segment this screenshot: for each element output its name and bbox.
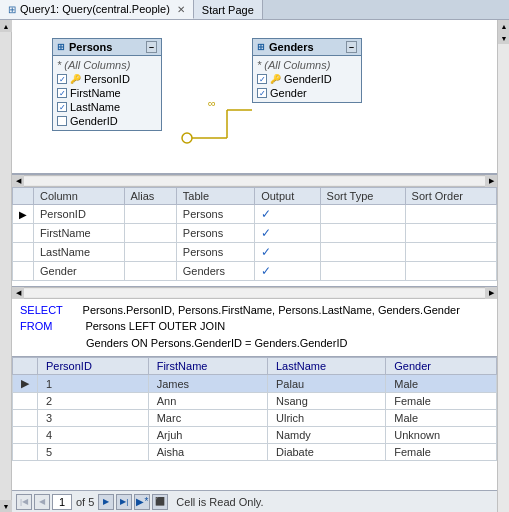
persons-minimize-btn[interactable]: –	[146, 41, 157, 53]
diagram-hscroll[interactable]: ◀ ▶	[12, 175, 497, 187]
genders-genderid-row[interactable]: ✓ 🔑 GenderID	[255, 72, 359, 86]
results-row-2-indicator	[13, 393, 38, 410]
grid-cell-col-1[interactable]: PersonID	[34, 205, 125, 224]
results-row-3[interactable]: 3 Marc Ulrich Male	[13, 410, 497, 427]
persons-genderid-check[interactable]	[57, 116, 67, 126]
grid-cell-sorttype-3[interactable]	[320, 243, 405, 262]
results-row-5[interactable]: 5 Aisha Diabate Female	[13, 444, 497, 461]
genders-minimize-btn[interactable]: –	[346, 41, 357, 53]
results-row-5-lastname[interactable]: Diabate	[268, 444, 386, 461]
grid-cell-sortorder-3[interactable]	[405, 243, 496, 262]
grid-cell-sortorder-4[interactable]	[405, 262, 496, 281]
grid-cell-alias-4[interactable]	[124, 262, 176, 281]
persons-personid-row[interactable]: ✓ 🔑 PersonID	[55, 72, 159, 86]
grid-cell-col-4[interactable]: Gender	[34, 262, 125, 281]
grid-row-firstname[interactable]: FirstName Persons ✓	[13, 224, 497, 243]
results-row-3-gender[interactable]: Male	[386, 410, 497, 427]
results-row-1-gender[interactable]: Male	[386, 375, 497, 393]
nav-next-btn[interactable]: ▶	[98, 494, 114, 510]
genders-pk-icon: 🔑	[270, 74, 281, 84]
grid-cell-alias-3[interactable]	[124, 243, 176, 262]
results-row-2-firstname[interactable]: Ann	[148, 393, 267, 410]
grid-cell-alias-1[interactable]	[124, 205, 176, 224]
grid-cell-table-2[interactable]: Persons	[176, 224, 254, 243]
grid-cell-table-4[interactable]: Genders	[176, 262, 254, 281]
persons-firstname-row[interactable]: ✓ FirstName	[55, 86, 159, 100]
results-row-2-personid[interactable]: 2	[38, 393, 149, 410]
tab-query1-close[interactable]: ✕	[177, 4, 185, 15]
page-number-input[interactable]	[52, 494, 72, 510]
grid-row-gender[interactable]: Gender Genders ✓	[13, 262, 497, 281]
grid-row-lastname[interactable]: LastName Persons ✓	[13, 243, 497, 262]
grid-cell-sorttype-2[interactable]	[320, 224, 405, 243]
svg-text:∞: ∞	[208, 97, 216, 109]
right-scroll-up[interactable]: ▲	[498, 20, 509, 32]
scroll-down[interactable]: ▼	[0, 500, 12, 512]
results-row-2-lastname[interactable]: Nsang	[268, 393, 386, 410]
grid-cell-sorttype-4[interactable]	[320, 262, 405, 281]
genders-gender-row[interactable]: ✓ Gender	[255, 86, 359, 100]
grid-cell-col-2[interactable]: FirstName	[34, 224, 125, 243]
left-scrollbar[interactable]: ▲ ▼	[0, 20, 12, 512]
grid-cell-sorttype-1[interactable]	[320, 205, 405, 224]
nav-stop-btn[interactable]: ⬛	[152, 494, 168, 510]
results-row-5-gender[interactable]: Female	[386, 444, 497, 461]
grid-row-personid[interactable]: ▶ PersonID Persons ✓	[13, 205, 497, 224]
persons-personid-check[interactable]: ✓	[57, 74, 67, 84]
results-header-firstname: FirstName	[148, 358, 267, 375]
persons-genderid-row[interactable]: GenderID	[55, 114, 159, 128]
grid-cell-output-3[interactable]: ✓	[255, 243, 320, 262]
grid-row-indicator-3	[13, 243, 34, 262]
sql-select-cols: Persons.PersonID, Persons.FirstName, Per…	[83, 304, 460, 316]
grid-cell-sortorder-2[interactable]	[405, 224, 496, 243]
results-row-3-firstname[interactable]: Marc	[148, 410, 267, 427]
grid-hscroll[interactable]: ◀ ▶	[12, 287, 497, 299]
grid-hscroll-track[interactable]	[24, 289, 485, 297]
nav-first-btn[interactable]: |◀	[16, 494, 32, 510]
results-row-4-gender[interactable]: Unknown	[386, 427, 497, 444]
grid-cell-output-1[interactable]: ✓	[255, 205, 320, 224]
tab-query1[interactable]: ⊞ Query1: Query(central.People) ✕	[0, 0, 194, 19]
grid-cell-table-1[interactable]: Persons	[176, 205, 254, 224]
results-row-5-firstname[interactable]: Aisha	[148, 444, 267, 461]
results-row-1-lastname[interactable]: Palau	[268, 375, 386, 393]
grid-cell-sortorder-1[interactable]	[405, 205, 496, 224]
genders-genderid-check[interactable]: ✓	[257, 74, 267, 84]
persons-lastname-row[interactable]: ✓ LastName	[55, 100, 159, 114]
results-row-5-personid[interactable]: 5	[38, 444, 149, 461]
grid-cell-output-2[interactable]: ✓	[255, 224, 320, 243]
hscroll-left[interactable]: ◀	[12, 175, 24, 187]
persons-lastname-check[interactable]: ✓	[57, 102, 67, 112]
right-scroll-down[interactable]: ▼	[498, 32, 509, 44]
results-row-2[interactable]: 2 Ann Nsang Female	[13, 393, 497, 410]
main-container: ▲ ▼ ∞ ⊞ Persons –	[0, 20, 509, 512]
col-header-sort-type: Sort Type	[320, 188, 405, 205]
results-row-2-gender[interactable]: Female	[386, 393, 497, 410]
grid-cell-alias-2[interactable]	[124, 224, 176, 243]
hscroll-track[interactable]	[24, 177, 485, 185]
results-row-1-firstname[interactable]: James	[148, 375, 267, 393]
genders-gender-check[interactable]: ✓	[257, 88, 267, 98]
results-row-4[interactable]: 4 Arjuh Namdy Unknown	[13, 427, 497, 444]
results-row-1-personid[interactable]: 1	[38, 375, 149, 393]
results-row-3-lastname[interactable]: Ulrich	[268, 410, 386, 427]
results-row-3-personid[interactable]: 3	[38, 410, 149, 427]
svg-point-0	[182, 133, 192, 143]
nav-new-btn[interactable]: ▶*	[134, 494, 150, 510]
results-row-4-lastname[interactable]: Namdy	[268, 427, 386, 444]
right-scrollbar[interactable]: ▲ ▼	[497, 20, 509, 512]
grid-cell-output-4[interactable]: ✓	[255, 262, 320, 281]
grid-cell-col-3[interactable]: LastName	[34, 243, 125, 262]
results-row-4-personid[interactable]: 4	[38, 427, 149, 444]
hscroll-right[interactable]: ▶	[485, 175, 497, 187]
results-row-4-firstname[interactable]: Arjuh	[148, 427, 267, 444]
persons-firstname-check[interactable]: ✓	[57, 88, 67, 98]
nav-prev-btn[interactable]: ◀	[34, 494, 50, 510]
grid-hscroll-left[interactable]: ◀	[12, 287, 24, 299]
results-row-1[interactable]: ▶ 1 James Palau Male	[13, 375, 497, 393]
nav-last-btn[interactable]: ▶|	[116, 494, 132, 510]
tab-start-page[interactable]: Start Page	[194, 0, 263, 19]
grid-hscroll-right[interactable]: ▶	[485, 287, 497, 299]
scroll-up[interactable]: ▲	[0, 20, 12, 32]
grid-cell-table-3[interactable]: Persons	[176, 243, 254, 262]
